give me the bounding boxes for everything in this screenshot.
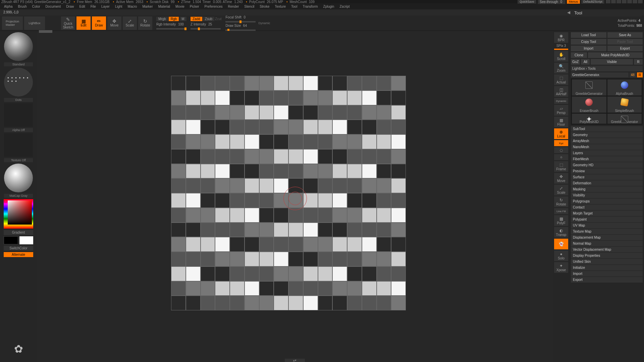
zsub-button[interactable]: Zsub: [203, 17, 214, 21]
color-picker[interactable]: [4, 199, 33, 229]
tool-r-button[interactable]: R: [637, 72, 643, 77]
zcut-button[interactable]: Zcut: [215, 17, 221, 21]
panel-back-icon[interactable]: ◀: [567, 10, 570, 15]
canvas[interactable]: ▴▾: [37, 31, 553, 362]
brush-selector[interactable]: [4, 32, 33, 61]
section-morph-target[interactable]: Morph Target: [571, 210, 643, 216]
section-preview[interactable]: Preview: [571, 168, 643, 174]
nav-move-button[interactable]: ✥Move: [554, 173, 568, 184]
gradient-button[interactable]: Gradient: [4, 230, 33, 235]
tool-item[interactable]: GreebleGenerator: [607, 114, 642, 124]
bpr-button[interactable]: ◉BPR: [554, 32, 568, 43]
tool-item[interactable]: EraserBrush: [572, 97, 606, 113]
section-unified-skin[interactable]: Unified Skin: [571, 258, 643, 264]
texture-selector[interactable]: [4, 133, 33, 157]
menu-file[interactable]: File: [88, 4, 99, 9]
rgb-button[interactable]: Rgb: [169, 17, 179, 21]
m-button[interactable]: M: [179, 17, 186, 21]
make-polymesh-button[interactable]: Make PolyMesh3D: [588, 52, 643, 58]
transp-button[interactable]: ◐Transp: [554, 227, 568, 238]
section-visibility[interactable]: Visibility: [571, 192, 643, 198]
tool-item[interactable]: AlphaBrush: [607, 79, 642, 96]
quicksave-button[interactable]: QuickSave: [518, 0, 536, 4]
solo-button[interactable]: ●Solo: [554, 250, 568, 261]
menu-zscript[interactable]: Zscript: [337, 4, 352, 9]
copy-tool-button[interactable]: Copy Tool: [571, 39, 606, 45]
mrgb-button[interactable]: Mrgb: [156, 17, 168, 21]
section-contact[interactable]: Contact: [571, 204, 643, 210]
section-subtool[interactable]: SubTool: [571, 126, 643, 132]
section-texture-map[interactable]: Texture Map: [571, 228, 643, 234]
spix-slider[interactable]: [554, 49, 568, 50]
focal-shift-slider[interactable]: [225, 21, 256, 22]
section-normal-map[interactable]: Normal Map: [571, 240, 643, 246]
z-intensity-slider[interactable]: [191, 28, 221, 29]
section-initialize[interactable]: Initialize: [571, 264, 643, 270]
section-polypaint[interactable]: Polypaint: [571, 216, 643, 222]
section-deformation[interactable]: Deformation: [571, 180, 643, 186]
dynamic-button[interactable]: Dynamic: [554, 98, 568, 104]
material-selector[interactable]: [4, 164, 33, 192]
export-button[interactable]: Export: [607, 46, 643, 51]
xpose-button[interactable]: ✦Xpose: [554, 262, 568, 273]
tool-item[interactable]: ✦PolyMesh3D: [572, 114, 606, 124]
edit-button[interactable]: ▦Edit: [76, 16, 91, 30]
aahalf-button[interactable]: ◫AAHalf: [554, 86, 568, 97]
menu-texture[interactable]: Texture: [272, 4, 288, 9]
menu-draw[interactable]: Draw: [63, 4, 76, 9]
section-display-properties[interactable]: Display Properties: [571, 252, 643, 258]
win-btn-3[interactable]: [616, 0, 621, 3]
menu-macro[interactable]: Macro: [125, 4, 140, 9]
load-tool-button[interactable]: Load Tool: [571, 32, 606, 38]
rotate-button[interactable]: ↻Rotate: [138, 16, 152, 30]
menu-stroke[interactable]: Stroke: [257, 4, 272, 9]
section-polygroups[interactable]: Polygroups: [571, 198, 643, 204]
win-btn-4[interactable]: [622, 0, 627, 3]
zoom-button[interactable]: 🔍Zoom: [554, 63, 568, 73]
save-as-button[interactable]: Save As: [607, 32, 643, 38]
section-geometry[interactable]: Geometry: [571, 132, 643, 138]
menus-button[interactable]: Menus: [567, 0, 580, 4]
quick-sketch-button[interactable]: ✎Quick Sketch: [61, 16, 75, 30]
section-vector-displacement-map[interactable]: Vector Displacement Map: [571, 246, 643, 252]
menu-layer[interactable]: Layer: [99, 4, 112, 9]
color-swatches[interactable]: [4, 236, 33, 244]
section-nanomesh[interactable]: NanoMesh: [571, 144, 643, 150]
goz-button[interactable]: GoZ: [571, 59, 580, 65]
win-btn-2[interactable]: [611, 0, 616, 3]
goz-r-button[interactable]: R: [634, 59, 643, 65]
actual-button[interactable]: ⬚Actual: [554, 74, 568, 85]
default-zscript-button[interactable]: DefaultZScript: [581, 0, 604, 4]
scroll-button[interactable]: ✋Scroll: [554, 51, 568, 62]
goz-all-button[interactable]: All: [581, 59, 590, 65]
section-uv-map[interactable]: UV Map: [571, 222, 643, 228]
seethrough-slider[interactable]: See-through 0: [538, 0, 566, 4]
local-button[interactable]: ⊕Local: [554, 128, 568, 139]
menu-brush[interactable]: Brush: [15, 4, 30, 9]
move-button[interactable]: ✥Move: [107, 16, 121, 30]
nav-rotate-button[interactable]: ↻Rotate: [554, 196, 568, 207]
panel-title[interactable]: Tool: [571, 9, 641, 16]
stroke-selector[interactable]: [4, 68, 33, 97]
lasso-button[interactable]: ◯: [554, 147, 568, 153]
ghost-button[interactable]: 👻: [554, 239, 568, 249]
floor-button[interactable]: ▦Floor: [554, 117, 568, 127]
menu-light[interactable]: Light: [112, 4, 125, 9]
zadd-button[interactable]: Zadd: [191, 17, 202, 21]
section-import[interactable]: Import: [571, 270, 643, 277]
frame-button[interactable]: ⬚Frame: [554, 161, 568, 172]
maximize-button[interactable]: [633, 0, 637, 3]
lightbox-tools-header[interactable]: Lightbox › Tools: [571, 66, 643, 71]
menu-zplugin[interactable]: Zplugin: [321, 4, 337, 9]
lightbox-button[interactable]: LightBox: [24, 16, 45, 30]
win-btn-1[interactable]: [606, 0, 610, 3]
current-tool-name[interactable]: GreebleGenerator.: [571, 72, 629, 77]
nav-scale-button[interactable]: ⤢Scale: [554, 185, 568, 195]
alternate-button[interactable]: Alternate: [4, 252, 33, 257]
menu-preferences[interactable]: Preferences: [202, 4, 225, 9]
section-surface[interactable]: Surface: [571, 174, 643, 180]
center-button[interactable]: ⊙: [554, 154, 568, 160]
menu-tool[interactable]: Tool: [288, 4, 300, 9]
menu-edit[interactable]: Edit: [77, 4, 88, 9]
menu-marker[interactable]: Marker: [140, 4, 155, 9]
